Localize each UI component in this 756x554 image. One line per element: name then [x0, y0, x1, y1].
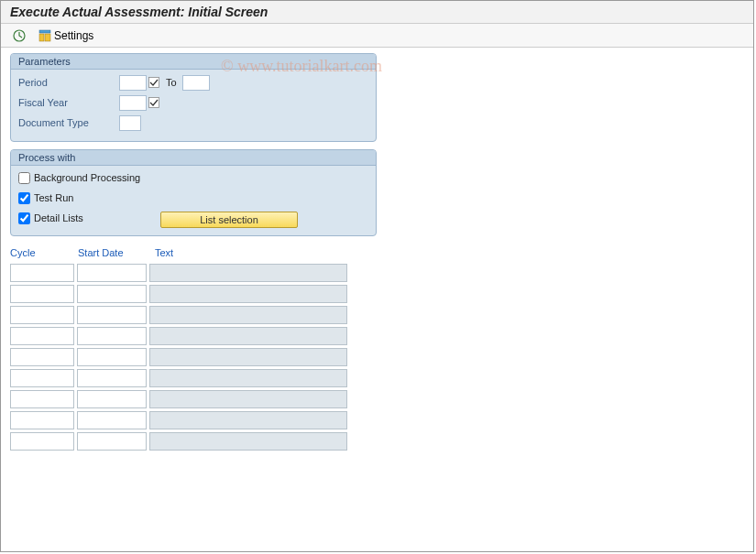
clock-execute-icon [12, 28, 27, 43]
fiscal-year-label: Fiscal Year [18, 97, 119, 108]
period-from-input[interactable] [119, 75, 147, 91]
parameters-group: Parameters Period To Fiscal Year [10, 53, 377, 142]
table-row [10, 285, 377, 303]
svg-rect-2 [39, 34, 44, 41]
list-selection-button[interactable]: List selection [160, 212, 298, 228]
execute-button[interactable] [8, 27, 30, 44]
text-readonly-cell [149, 411, 347, 429]
cycle-input[interactable] [10, 264, 74, 282]
table-row [10, 411, 377, 429]
parameters-group-title: Parameters [11, 54, 376, 70]
text-readonly-cell [149, 327, 347, 345]
settings-layout-icon [38, 28, 52, 43]
svg-rect-1 [39, 30, 50, 33]
start-date-input[interactable] [77, 327, 147, 345]
text-readonly-cell [149, 390, 347, 408]
start-date-input[interactable] [77, 348, 147, 366]
start-date-input[interactable] [77, 390, 147, 408]
table-row [10, 327, 377, 345]
start-date-input[interactable] [77, 306, 147, 324]
f4-help-icon[interactable] [148, 96, 160, 109]
cycle-input[interactable] [10, 327, 74, 345]
text-readonly-cell [149, 348, 347, 366]
table-row [10, 369, 377, 387]
cycle-input[interactable] [10, 411, 74, 429]
start-date-input[interactable] [77, 264, 147, 282]
table-row [10, 432, 377, 451]
process-with-group-title: Process with [11, 150, 376, 166]
period-to-input[interactable] [182, 75, 210, 91]
cycle-input[interactable] [10, 306, 74, 324]
text-readonly-cell [149, 306, 347, 324]
cycle-table: Cycle Start Date Text [10, 247, 377, 451]
document-type-input[interactable] [119, 115, 141, 131]
background-processing-checkbox[interactable] [18, 172, 30, 184]
toolbar: Settings [1, 24, 753, 48]
f4-help-icon[interactable] [148, 76, 160, 89]
table-row [10, 390, 377, 408]
table-row [10, 348, 377, 366]
start-date-input[interactable] [77, 411, 147, 429]
text-readonly-cell [149, 285, 347, 303]
column-header-cycle[interactable]: Cycle [10, 247, 74, 258]
page-title: Execute Actual Assessment: Initial Scree… [1, 1, 753, 24]
cycle-input[interactable] [10, 369, 74, 387]
start-date-input[interactable] [77, 285, 147, 303]
text-readonly-cell [149, 369, 347, 387]
document-type-label: Document Type [18, 117, 119, 128]
text-readonly-cell [149, 432, 347, 451]
table-row [10, 264, 377, 282]
background-processing-label: Background Processing [34, 172, 140, 183]
fiscal-year-input[interactable] [119, 95, 147, 111]
cycle-input[interactable] [10, 348, 74, 366]
settings-button[interactable]: Settings [34, 27, 97, 44]
settings-label: Settings [54, 29, 93, 42]
cycle-input[interactable] [10, 285, 74, 303]
svg-rect-3 [45, 34, 50, 41]
table-row [10, 306, 377, 324]
test-run-checkbox[interactable] [18, 192, 30, 204]
start-date-input[interactable] [77, 432, 147, 451]
cycle-input[interactable] [10, 390, 74, 408]
column-header-start-date[interactable]: Start Date [78, 247, 151, 258]
period-label: Period [18, 77, 119, 88]
cycle-input[interactable] [10, 432, 74, 451]
column-header-text[interactable]: Text [155, 247, 349, 258]
text-readonly-cell [149, 264, 347, 282]
test-run-label: Test Run [34, 192, 73, 203]
process-with-group: Process with Background Processing Test … [10, 149, 377, 236]
period-to-label: To [166, 77, 177, 88]
start-date-input[interactable] [77, 369, 147, 387]
